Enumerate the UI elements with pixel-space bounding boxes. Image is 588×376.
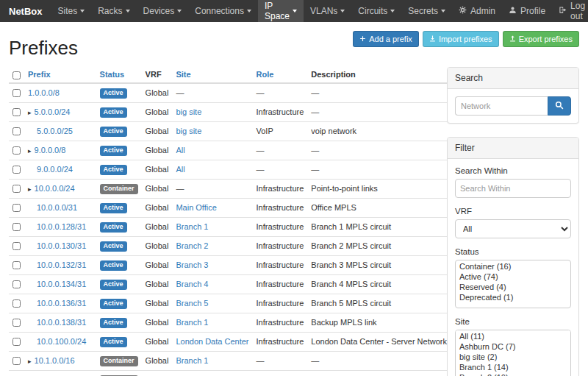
site-link[interactable]: Branch 3 [176, 260, 208, 269]
prefix-link[interactable]: 10.0.0.134/31 [37, 280, 86, 288]
prefix-link[interactable]: 5.0.0.0/25 [37, 127, 73, 135]
expand-caret-icon[interactable]: ▸ [28, 109, 32, 116]
row-checkbox[interactable] [12, 319, 21, 327]
select-all-checkbox[interactable] [12, 71, 21, 79]
column-header-prefix[interactable]: Prefix [24, 67, 96, 83]
prefix-link[interactable]: 10.0.0.138/31 [37, 318, 86, 327]
description-cell: — [307, 160, 451, 179]
row-checkbox[interactable] [12, 357, 21, 365]
status-badge: Active [100, 260, 127, 271]
prefix-link[interactable]: 10.0.0.130/31 [37, 241, 86, 250]
status-cell: Active [96, 332, 142, 351]
expand-caret-icon[interactable]: ▸ [28, 147, 32, 155]
site-link[interactable]: Branch 2 [176, 241, 208, 250]
prefix-link[interactable]: 10.1.0.0/16 [35, 356, 75, 365]
brand[interactable]: NetBox [7, 0, 51, 22]
site-link[interactable]: Branch 1 [176, 356, 208, 365]
page-title: Prefixes [9, 37, 78, 60]
chevron-down-icon [441, 10, 445, 13]
prefix-link[interactable]: 10.0.0.136/31 [37, 299, 86, 308]
role-cell: Infrastructure [252, 370, 307, 376]
export-prefixes-button[interactable]: Export prefixes [503, 31, 579, 47]
nav-admin[interactable]: Admin [452, 0, 502, 22]
prefix-link[interactable]: 9.0.0.0/8 [35, 146, 66, 155]
column-header-site[interactable]: Site [172, 67, 252, 83]
add-prefix-button[interactable]: Add a prefix [353, 31, 419, 47]
prefix-cell: ▸10.0.0.0/24 [24, 179, 96, 198]
nav-item-circuits[interactable]: Circuits [351, 0, 401, 22]
role-cell: Infrastructure [252, 294, 307, 313]
row-checkbox[interactable] [12, 204, 21, 212]
search-within-input[interactable] [455, 179, 571, 198]
nav-profile[interactable]: Profile [502, 0, 552, 22]
chevron-down-icon [390, 10, 395, 13]
nav-profile-label: Profile [520, 6, 545, 16]
nav-item-racks[interactable]: Racks [91, 0, 136, 22]
row-checkbox[interactable] [12, 166, 21, 174]
export-prefixes-label: Export prefixes [519, 35, 573, 43]
site-link[interactable]: Main Office [176, 203, 216, 212]
site-link[interactable]: London Data Center [176, 337, 248, 346]
site-link[interactable]: All [176, 146, 184, 155]
row-checkbox[interactable] [12, 146, 21, 155]
row-checkbox[interactable] [12, 261, 21, 269]
nav-item-vlans[interactable]: VLANs [304, 0, 351, 22]
description-cell: — [307, 141, 451, 160]
row-checkbox[interactable] [12, 338, 21, 346]
prefix-link[interactable]: 10.0.0.132/31 [37, 260, 86, 269]
column-header-status[interactable]: Status [96, 67, 142, 83]
nav-logout[interactable]: Log out [552, 0, 588, 22]
import-prefixes-button[interactable]: Import prefixes [423, 31, 499, 47]
nav-item-connections[interactable]: Connections [188, 0, 258, 22]
description-cell: Branch 2 MPLS circuit [307, 236, 451, 255]
nav-item-secrets[interactable]: Secrets [401, 0, 452, 22]
site-link[interactable]: Branch 1 [176, 318, 208, 327]
row-checkbox[interactable] [12, 280, 21, 288]
row-checkbox[interactable] [12, 127, 21, 135]
expand-caret-icon[interactable]: ▸ [28, 358, 32, 365]
nav-item-ip-space[interactable]: IP Space [258, 0, 304, 22]
nav-item-devices[interactable]: Devices [137, 0, 189, 22]
prefix-cell: ▸5.0.0.0/24 [24, 102, 96, 121]
chevron-down-icon [293, 10, 297, 13]
prefix-link[interactable]: 1.0.0.0/8 [28, 88, 60, 97]
site-filter-select[interactable]: All (11)Ashburn DC (7)big site (2)Branch… [455, 330, 571, 376]
expand-caret-icon[interactable]: ▸ [28, 185, 32, 193]
row-checkbox[interactable] [12, 223, 21, 231]
prefix-link[interactable]: 9.0.0.0/24 [37, 165, 73, 174]
description-cell: Branch 4 MPLS circuit [307, 274, 451, 294]
prefix-link[interactable]: 10.0.0.0/31 [37, 203, 77, 212]
nav-item-label: Racks [98, 6, 122, 16]
status-cell: Active [96, 102, 142, 121]
role-cell: Infrastructure [252, 179, 307, 198]
row-checkbox[interactable] [12, 108, 21, 116]
site-link[interactable]: Branch 5 [176, 299, 208, 308]
column-header-role[interactable]: Role [252, 67, 307, 83]
search-button[interactable] [548, 96, 571, 116]
prefix-link[interactable]: 10.0.100.0/24 [37, 337, 86, 346]
status-badge: Active [100, 107, 127, 118]
prefix-link[interactable]: 5.0.0.0/24 [35, 107, 71, 116]
role-cell: Infrastructure [252, 255, 307, 274]
search-input[interactable] [455, 96, 548, 116]
row-checkbox[interactable] [12, 299, 21, 308]
site-link[interactable]: Branch 4 [176, 280, 208, 288]
status-filter-select[interactable]: Container (16)Active (74)Reserved (4)Dep… [455, 260, 571, 308]
vrf-filter-select[interactable]: All [455, 219, 571, 238]
prefix-link[interactable]: 10.0.0.0/24 [35, 184, 75, 193]
nav-item-sites[interactable]: Sites [51, 0, 92, 22]
prefix-cell: ▸10.1.0.0/16 [24, 351, 96, 370]
row-checkbox[interactable] [12, 89, 21, 97]
site-link[interactable]: Branch 1 [176, 222, 208, 231]
prefix-table-body: 1.0.0.0/8ActiveGlobal———▸5.0.0.0/24Activ… [9, 83, 451, 376]
row-checkbox[interactable] [12, 242, 21, 250]
row-checkbox[interactable] [12, 185, 21, 193]
site-link[interactable]: big site [176, 127, 201, 135]
prefix-link[interactable]: 10.0.0.128/31 [37, 222, 86, 231]
status-badge: Active [100, 241, 127, 252]
site-link[interactable]: All [176, 165, 184, 174]
site-cell: All [172, 141, 252, 160]
vrf-cell: Global [142, 102, 173, 121]
site-link[interactable]: big site [176, 107, 201, 116]
prefix-cell: 10.0.0.0/31 [24, 198, 96, 217]
